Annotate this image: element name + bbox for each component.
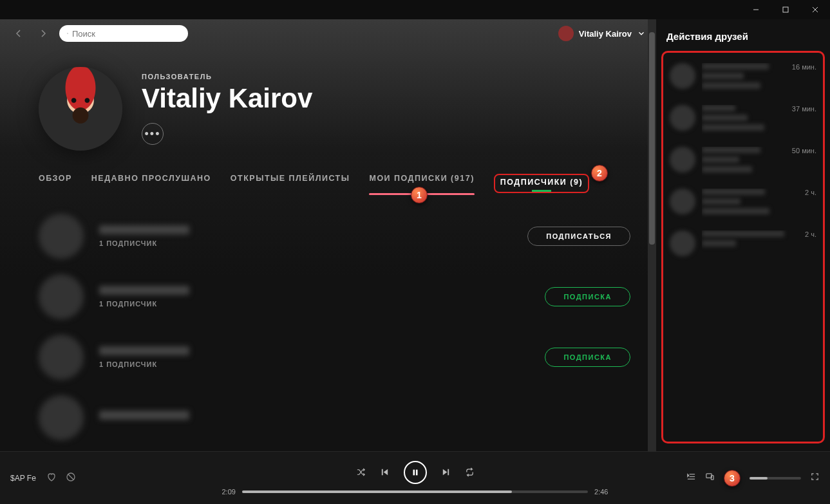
nav-forward-button[interactable] [35,25,52,42]
friend-avatar [670,63,695,89]
search-icon [67,29,68,38]
search-input[interactable] [72,29,180,39]
svg-rect-8 [413,469,415,475]
profile-name: Vitaliy Kairov [142,83,312,114]
profile-avatar [39,67,122,151]
profile-more-button[interactable]: ••• [142,123,164,145]
follower-avatar [39,395,84,440]
profile-tabs: ОБЗОР НЕДАВНО ПРОСЛУШАНО ОТКРЫТЫЕ ПЛЕЙЛИ… [0,163,656,193]
friends-activity-box: 16 мин. 37 мин. 50 мин. 2 ч. [661,51,825,443]
friend-activity-item[interactable]: 50 мин. [665,140,822,182]
annotation-marker-2: 2 [591,165,608,182]
annotation-marker-3: 3 [724,470,740,487]
now-playing-track[interactable]: $AP Fe [10,474,37,483]
follower-avatar [39,214,84,259]
annotation-marker-1: 1 [411,187,428,203]
ban-button[interactable] [66,472,76,485]
follower-name [99,286,189,295]
friends-sidebar: Действия друзей 16 мин. 37 мин. 50 мин. [656,19,830,451]
devices-button[interactable] [705,472,715,484]
main-scrollbar[interactable] [648,19,656,451]
svg-rect-14 [711,476,713,480]
followers-list: 1 ПОДПИСЧИК ПОДПИСАТЬСЯ 1 ПОДПИСЧИК ПОДП… [0,193,656,451]
like-button[interactable] [46,472,57,485]
subscribed-button[interactable]: ПОДПИСКА [545,287,630,306]
follower-row[interactable]: 1 ПОДПИСЧИК ПОДПИСАТЬСЯ [39,206,630,266]
friend-time: 2 ч. [805,189,816,218]
tab-followers[interactable]: ПОДПИСЧИКИ (9) [494,174,589,193]
follower-sub: 1 ПОДПИСЧИК [99,239,527,247]
time-total: 2:46 [594,488,608,496]
follower-avatar [39,335,84,380]
tab-overview[interactable]: ОБЗОР [39,174,72,193]
friends-title: Действия друзей [656,27,830,51]
chevron-down-icon [637,29,646,38]
friend-time: 50 мин. [792,147,816,176]
user-menu[interactable]: Vitaliy Kairov [558,26,646,41]
friend-time: 37 мин. [792,105,816,134]
window-minimize[interactable] [741,0,771,19]
friend-activity-item[interactable]: 2 ч. [665,182,822,224]
friend-avatar [670,230,695,256]
next-button[interactable] [441,467,451,477]
subscribe-button[interactable]: ПОДПИСАТЬСЯ [527,227,630,246]
friend-activity-item[interactable]: 16 мин. [665,57,822,98]
svg-rect-9 [415,469,417,475]
friend-time: 2 ч. [805,230,816,256]
time-elapsed: 2:09 [222,488,236,496]
user-name-label: Vitaliy Kairov [579,29,632,39]
tab-recent[interactable]: НЕДАВНО ПРОСЛУШАНО [91,174,211,193]
subscribed-button[interactable]: ПОДПИСКА [545,348,630,367]
window-titlebar [0,0,830,19]
follower-name [99,411,189,420]
progress-bar[interactable] [242,490,588,493]
tab-playlists[interactable]: ОТКРЫТЫЕ ПЛЕЙЛИСТЫ [231,174,350,193]
repeat-button[interactable] [465,467,475,477]
follower-avatar [39,274,84,319]
shuffle-button[interactable] [356,467,366,477]
svg-line-5 [68,33,68,34]
follower-sub: 1 ПОДПИСЧИК [99,300,545,308]
window-maximize[interactable] [771,0,800,19]
friend-time: 16 мин. [792,63,816,92]
follower-name [99,225,189,234]
follower-sub: 1 ПОДПИСЧИК [99,360,545,368]
volume-slider[interactable] [750,477,801,480]
follower-row[interactable]: 1 ПОДПИСЧИК ПОДПИСКА [39,327,630,387]
friend-activity-item[interactable]: 37 мин. [665,98,822,140]
main-panel: Vitaliy Kairov ПОЛЬЗОВАТЕЛЬ Vitaliy Kair… [0,19,656,451]
friend-avatar [670,189,695,214]
friend-activity-item[interactable]: 2 ч. [665,224,822,263]
previous-button[interactable] [380,467,390,477]
queue-button[interactable] [686,472,696,484]
fullscreen-button[interactable] [810,472,820,484]
svg-point-4 [67,33,68,33]
search-box[interactable] [59,25,188,42]
user-avatar-small [558,26,574,41]
nav-back-button[interactable] [10,25,27,42]
follower-name [99,346,189,355]
follower-row[interactable]: 1 ПОДПИСЧИК ПОДПИСКА [39,266,630,327]
follower-row[interactable] [39,387,630,448]
svg-rect-1 [783,7,788,12]
window-close[interactable] [800,0,830,19]
profile-type-label: ПОЛЬЗОВАТЕЛЬ [142,73,312,80]
play-pause-button[interactable] [404,461,427,484]
svg-line-7 [68,474,73,480]
player-bar: $AP Fe 2:09 2:46 3 [0,451,830,504]
friend-avatar [670,105,695,131]
friend-avatar [670,147,695,173]
